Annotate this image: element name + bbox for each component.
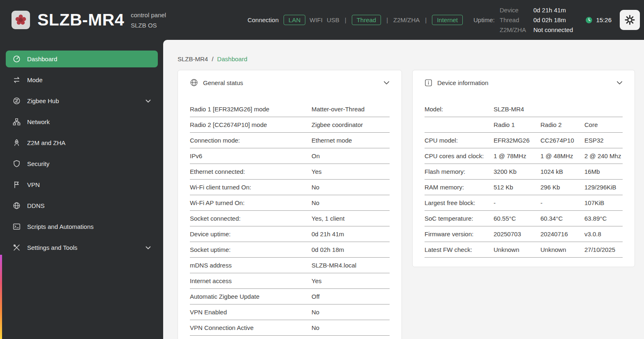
status-row: Socket connected:Yes, 1 client [190,211,390,226]
dashboard-icon [13,55,21,63]
uptime-label: Uptime: [473,16,495,23]
badge-usb: USB [327,16,339,23]
status-row: Wi-Fi client turned On:No [190,180,390,195]
sidebar-item-label: Security [27,160,49,167]
sidebar-item-dashboard[interactable]: Dashboard [6,51,158,67]
sidebar-item-network[interactable]: Network [6,113,158,130]
status-row: Internet accessYes [190,273,390,289]
globe-icon [13,202,21,210]
column-header: Radio 2 [540,121,584,128]
sidebar-item-scripts-and-automations[interactable]: Scripts and Automations [6,218,158,235]
brand-logo-icon [12,11,30,29]
connection-separator: | [345,16,346,23]
status-row: VPN Connection ActiveNo [190,320,390,336]
uptime-block: Uptime: Device 0d 21h 41m Thread 0d 02h … [473,5,573,35]
sidebar-item-label: Z2M and ZHA [27,139,65,146]
app-root: SLZB-MR4 control panel SLZB OS Connectio… [0,0,644,339]
status-row: Automatic Zigbee UpdateOff [190,289,390,304]
chevron-down-icon [145,246,151,249]
status-row: Device uptime:0d 21h 41m [190,226,390,242]
sidebar-item-label: VPN [27,181,40,188]
status-row: Socket uptime:0d 02h 18m [190,242,390,258]
clock: 15:26 [585,16,612,24]
connection-status-bar: Connection LAN WIFI USB | Thread | Z2M/Z… [247,15,463,25]
sidebar-item-zigbee-hub[interactable]: Zigbee Hub [6,92,158,109]
sidebar-item-label: Mode [27,76,43,83]
sidebar-item-z2m-and-zha[interactable]: Z2M and ZHA [6,134,158,151]
terminal-icon [13,223,21,231]
sidebar-item-label: Settings and Tools [27,244,77,251]
brand-block: SLZB-MR4 control panel SLZB OS [30,10,166,30]
table-row: CPU model: EFR32MG26 CC2674P10 ESP32 [425,133,623,148]
badge-z2m-zha: Z2M/ZHA [393,16,420,23]
sidebar-item-vpn[interactable]: VPN [6,176,158,193]
table-row: SoC temperature: 60.55°C 60.34°C 63.89°C [425,211,623,226]
sidebar-item-label: Network [27,118,50,125]
settings-gear-button[interactable] [620,10,640,30]
connection-label: Connection [247,16,279,23]
table-header-row: Radio 1 Radio 2 Core [425,117,623,133]
table-row: Firmware version: 20250703 20240716 v3.0… [425,226,623,242]
decorative-gradient-strip [0,255,2,339]
model-row: Model: SLZB-MR4 [425,101,623,117]
sidebar-item-settings-and-tools[interactable]: Settings and Tools [6,239,158,256]
network-icon [13,118,21,126]
uptime-row-thread: Thread 0d 02h 18m [500,15,573,25]
uptime-row-device: Device 0d 21h 41m [500,5,573,15]
status-row: Radio 1 [EFR32MG26] modeMatter-over-Thre… [190,101,390,117]
column-header: Radio 1 [494,121,540,128]
chevron-down-icon [145,99,151,103]
sidebar-item-security[interactable]: Security [6,155,158,172]
table-row: Largest free block: - - 107KiB [425,195,623,211]
card-title: General status [203,79,243,86]
breadcrumb-separator: / [212,55,213,62]
sidebar-item-label: Dashboard [27,55,57,62]
app-subtitle: control panel [131,10,166,20]
shield-icon [13,160,21,168]
status-row: mDNS addressSLZB-MR4.local [190,258,390,273]
top-header: SLZB-MR4 control panel SLZB OS Connectio… [0,0,644,40]
status-row: IPv6On [190,148,390,164]
collapse-chevron-icon[interactable] [383,81,390,85]
device-information-card-header: Device information [425,70,623,95]
flag-icon [13,181,21,189]
clock-icon [585,16,593,24]
status-row: Ethernet connected:Yes [190,164,390,180]
breadcrumb-root[interactable]: SLZB-MR4 [178,55,208,62]
status-row: VPN EnabledNo [190,304,390,320]
table-row: CPU cores and clock: 1 @ 78MHz 1 @ 48MHz… [425,148,623,164]
info-icon [425,79,432,87]
status-row: Wi-Fi AP turned On:No [190,195,390,211]
sidebar-item-label: Zigbee Hub [27,97,59,104]
breadcrumb: SLZB-MR4 / Dashboard [178,55,635,62]
connection-separator: | [425,16,427,23]
tools-icon [13,244,21,251]
app-title: SLZB-MR4 [37,10,124,30]
general-status-card: General status Radio 1 [EFR32MG26] modeM… [178,70,402,339]
uptime-row-z2m-zha: Z2M/ZHA Not connected [500,25,573,35]
globe-icon [190,78,198,87]
zigbee-icon [13,97,21,105]
badge-internet: Internet [432,15,463,25]
sidebar-item-ddns[interactable]: DDNS [6,197,158,214]
mode-icon [13,76,21,84]
status-row: Connection mode:Ethernet mode [190,133,390,148]
gear-icon [624,14,635,25]
collapse-chevron-icon[interactable] [616,81,623,85]
connection-separator: | [386,16,388,23]
table-row: Latest FW check: Unknown Unknown 27/10/2… [425,242,623,258]
badge-thread: Thread [352,15,381,25]
sidebar-item-label: DDNS [27,202,45,209]
card-title: Device information [437,79,488,86]
table-row: RAM memory: 512 Kb 296 Kb 129/296KiB [425,180,623,195]
sidebar-item-label: Scripts and Automations [27,223,94,230]
device-information-card: Device information Model: SLZB-MR4 Radio… [412,70,635,267]
column-header: Core [584,121,623,128]
sidebar-nav: Dashboard Mode Zigbee Hub Network [0,40,163,339]
sidebar-item-mode[interactable]: Mode [6,71,158,88]
badge-wifi: WIFI [309,16,323,23]
status-row: Radio 2 [CC2674P10] modeZigbee coordinat… [190,117,390,133]
table-row: Flash memory: 3200 Kb 1024 kB 16Mb [425,164,623,180]
clock-time: 15:26 [596,16,612,23]
breadcrumb-current: Dashboard [217,55,247,62]
